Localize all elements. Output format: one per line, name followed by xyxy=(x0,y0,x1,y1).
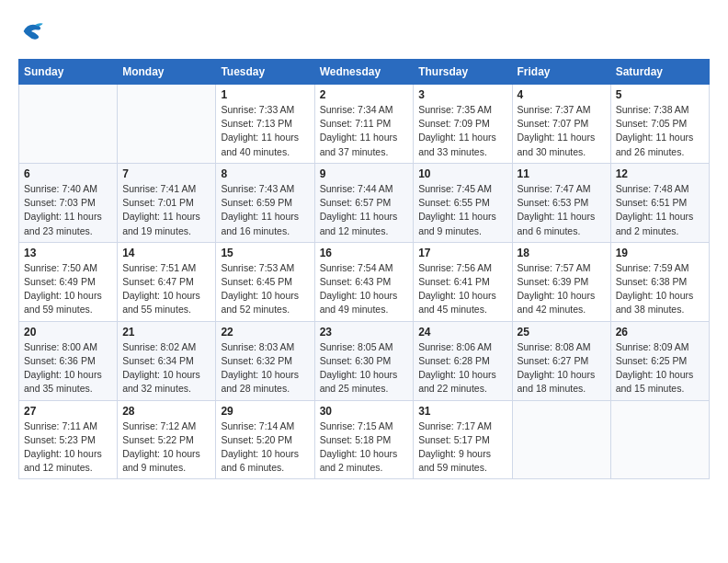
day-info: Sunrise: 7:12 AMSunset: 5:22 PMDaylight:… xyxy=(122,419,210,476)
page-header xyxy=(18,18,710,44)
day-number: 21 xyxy=(122,326,210,339)
day-number: 30 xyxy=(320,405,409,418)
calendar-cell: 19Sunrise: 7:59 AMSunset: 6:38 PMDayligh… xyxy=(610,242,709,321)
col-header-thursday: Thursday xyxy=(414,60,512,85)
day-info: Sunrise: 7:47 AMSunset: 6:53 PMDaylight:… xyxy=(518,182,606,238)
logo-icon xyxy=(18,18,44,44)
day-info: Sunrise: 8:00 AMSunset: 6:36 PMDaylight:… xyxy=(24,340,112,396)
calendar-cell: 26Sunrise: 8:09 AMSunset: 6:25 PMDayligh… xyxy=(610,321,709,400)
day-info: Sunrise: 7:34 AMSunset: 7:11 PMDaylight:… xyxy=(320,103,409,159)
day-info: Sunrise: 7:35 AMSunset: 7:09 PMDaylight:… xyxy=(418,103,506,159)
col-header-wednesday: Wednesday xyxy=(314,60,414,85)
day-info: Sunrise: 7:38 AMSunset: 7:05 PMDaylight:… xyxy=(616,103,704,159)
day-info: Sunrise: 7:59 AMSunset: 6:38 PMDaylight:… xyxy=(616,261,704,317)
day-info: Sunrise: 7:33 AMSunset: 7:13 PMDaylight:… xyxy=(221,103,309,159)
day-number: 28 xyxy=(122,405,210,418)
day-number: 27 xyxy=(24,405,112,418)
calendar-cell: 13Sunrise: 7:50 AMSunset: 6:49 PMDayligh… xyxy=(19,242,118,321)
calendar-table: SundayMondayTuesdayWednesdayThursdayFrid… xyxy=(18,59,710,479)
calendar-cell: 30Sunrise: 7:15 AMSunset: 5:18 PMDayligh… xyxy=(314,400,414,479)
calendar-cell: 2Sunrise: 7:34 AMSunset: 7:11 PMDaylight… xyxy=(314,85,414,164)
calendar-cell: 25Sunrise: 8:08 AMSunset: 6:27 PMDayligh… xyxy=(512,321,610,400)
calendar-cell: 8Sunrise: 7:43 AMSunset: 6:59 PMDaylight… xyxy=(216,163,314,242)
col-header-sunday: Sunday xyxy=(19,60,118,85)
calendar-cell: 5Sunrise: 7:38 AMSunset: 7:05 PMDaylight… xyxy=(610,85,709,164)
calendar-cell: 3Sunrise: 7:35 AMSunset: 7:09 PMDaylight… xyxy=(414,85,512,164)
day-number: 20 xyxy=(24,326,112,339)
day-number: 8 xyxy=(221,167,309,180)
calendar-cell: 12Sunrise: 7:48 AMSunset: 6:51 PMDayligh… xyxy=(610,163,709,242)
day-number: 5 xyxy=(616,88,704,101)
day-info: Sunrise: 7:54 AMSunset: 6:43 PMDaylight:… xyxy=(320,261,409,317)
calendar-cell: 17Sunrise: 7:56 AMSunset: 6:41 PMDayligh… xyxy=(414,242,512,321)
day-number: 26 xyxy=(616,326,704,339)
day-number: 9 xyxy=(320,167,409,180)
calendar-cell: 9Sunrise: 7:44 AMSunset: 6:57 PMDaylight… xyxy=(314,163,414,242)
day-info: Sunrise: 7:14 AMSunset: 5:20 PMDaylight:… xyxy=(221,419,309,476)
day-number: 4 xyxy=(518,88,606,101)
calendar-cell xyxy=(512,400,610,479)
day-number: 17 xyxy=(418,247,506,259)
day-number: 14 xyxy=(122,247,210,259)
day-number: 12 xyxy=(616,167,704,180)
calendar-cell: 10Sunrise: 7:45 AMSunset: 6:55 PMDayligh… xyxy=(414,163,512,242)
day-info: Sunrise: 7:48 AMSunset: 6:51 PMDaylight:… xyxy=(616,182,704,238)
day-info: Sunrise: 7:40 AMSunset: 7:03 PMDaylight:… xyxy=(24,182,112,238)
day-number: 10 xyxy=(418,167,506,180)
calendar-cell: 24Sunrise: 8:06 AMSunset: 6:28 PMDayligh… xyxy=(414,321,512,400)
day-number: 11 xyxy=(518,167,606,180)
calendar-cell: 16Sunrise: 7:54 AMSunset: 6:43 PMDayligh… xyxy=(314,242,414,321)
day-info: Sunrise: 7:44 AMSunset: 6:57 PMDaylight:… xyxy=(320,182,409,238)
day-number: 15 xyxy=(221,247,309,259)
week-row-3: 13Sunrise: 7:50 AMSunset: 6:49 PMDayligh… xyxy=(19,242,710,321)
day-info: Sunrise: 8:09 AMSunset: 6:25 PMDaylight:… xyxy=(616,340,704,396)
col-header-monday: Monday xyxy=(118,60,216,85)
day-info: Sunrise: 8:05 AMSunset: 6:30 PMDaylight:… xyxy=(320,340,409,396)
week-row-5: 27Sunrise: 7:11 AMSunset: 5:23 PMDayligh… xyxy=(19,400,710,479)
day-number: 7 xyxy=(122,167,210,180)
day-info: Sunrise: 7:57 AMSunset: 6:39 PMDaylight:… xyxy=(518,261,606,317)
calendar-cell: 11Sunrise: 7:47 AMSunset: 6:53 PMDayligh… xyxy=(512,163,610,242)
calendar-cell: 28Sunrise: 7:12 AMSunset: 5:22 PMDayligh… xyxy=(118,400,216,479)
week-row-2: 6Sunrise: 7:40 AMSunset: 7:03 PMDaylight… xyxy=(19,163,710,242)
day-info: Sunrise: 7:43 AMSunset: 6:59 PMDaylight:… xyxy=(221,182,309,238)
week-row-4: 20Sunrise: 8:00 AMSunset: 6:36 PMDayligh… xyxy=(19,321,710,400)
calendar-cell: 20Sunrise: 8:00 AMSunset: 6:36 PMDayligh… xyxy=(19,321,118,400)
day-number: 29 xyxy=(221,405,309,418)
day-number: 2 xyxy=(320,88,409,101)
day-number: 31 xyxy=(418,405,506,418)
calendar-cell: 1Sunrise: 7:33 AMSunset: 7:13 PMDaylight… xyxy=(216,85,314,164)
day-info: Sunrise: 7:45 AMSunset: 6:55 PMDaylight:… xyxy=(418,182,506,238)
day-number: 19 xyxy=(616,247,704,259)
day-number: 1 xyxy=(221,88,309,101)
day-info: Sunrise: 7:17 AMSunset: 5:17 PMDaylight:… xyxy=(418,419,506,476)
week-row-1: 1Sunrise: 7:33 AMSunset: 7:13 PMDaylight… xyxy=(19,85,710,164)
calendar-cell xyxy=(19,85,118,164)
calendar-cell: 29Sunrise: 7:14 AMSunset: 5:20 PMDayligh… xyxy=(216,400,314,479)
day-info: Sunrise: 7:50 AMSunset: 6:49 PMDaylight:… xyxy=(24,261,112,317)
day-info: Sunrise: 7:41 AMSunset: 7:01 PMDaylight:… xyxy=(122,182,210,238)
day-number: 18 xyxy=(518,247,606,259)
day-info: Sunrise: 8:03 AMSunset: 6:32 PMDaylight:… xyxy=(221,340,309,396)
day-info: Sunrise: 8:02 AMSunset: 6:34 PMDaylight:… xyxy=(122,340,210,396)
calendar-cell: 7Sunrise: 7:41 AMSunset: 7:01 PMDaylight… xyxy=(118,163,216,242)
day-info: Sunrise: 7:15 AMSunset: 5:18 PMDaylight:… xyxy=(320,419,409,476)
col-header-tuesday: Tuesday xyxy=(216,60,314,85)
calendar-cell xyxy=(118,85,216,164)
day-number: 24 xyxy=(418,326,506,339)
calendar-cell: 15Sunrise: 7:53 AMSunset: 6:45 PMDayligh… xyxy=(216,242,314,321)
calendar-cell: 21Sunrise: 8:02 AMSunset: 6:34 PMDayligh… xyxy=(118,321,216,400)
day-info: Sunrise: 8:06 AMSunset: 6:28 PMDaylight:… xyxy=(418,340,506,396)
day-number: 13 xyxy=(24,247,112,259)
calendar-cell: 22Sunrise: 8:03 AMSunset: 6:32 PMDayligh… xyxy=(216,321,314,400)
calendar-cell: 4Sunrise: 7:37 AMSunset: 7:07 PMDaylight… xyxy=(512,85,610,164)
day-info: Sunrise: 7:51 AMSunset: 6:47 PMDaylight:… xyxy=(122,261,210,317)
day-info: Sunrise: 7:53 AMSunset: 6:45 PMDaylight:… xyxy=(221,261,309,317)
calendar-cell: 6Sunrise: 7:40 AMSunset: 7:03 PMDaylight… xyxy=(19,163,118,242)
col-header-friday: Friday xyxy=(512,60,610,85)
day-number: 25 xyxy=(518,326,606,339)
calendar-cell: 31Sunrise: 7:17 AMSunset: 5:17 PMDayligh… xyxy=(414,400,512,479)
day-number: 6 xyxy=(24,167,112,180)
day-number: 22 xyxy=(221,326,309,339)
day-info: Sunrise: 7:11 AMSunset: 5:23 PMDaylight:… xyxy=(24,419,112,476)
